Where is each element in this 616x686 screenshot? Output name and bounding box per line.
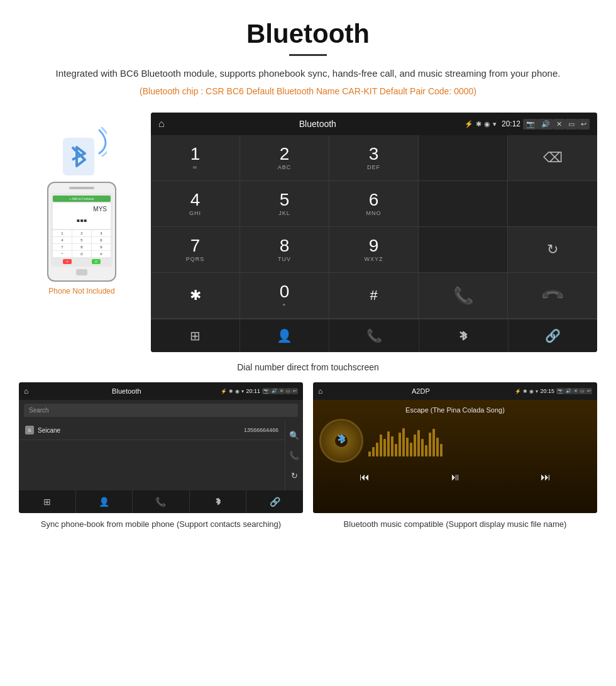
visualizer-bar	[406, 438, 409, 456]
music-visualizer	[368, 425, 591, 456]
music-back-btn[interactable]: ↩	[586, 388, 592, 394]
music-song-title: Escape (The Pina Colada Song)	[405, 406, 505, 414]
key-8[interactable]: 8 TUV	[240, 227, 329, 272]
hu-screen-title: Bluetooth	[171, 119, 465, 129]
location-icon: ◉	[484, 120, 490, 128]
visualizer-bar	[395, 444, 397, 456]
phone-key: 8	[72, 244, 91, 250]
volume-btn[interactable]: 🔊	[538, 119, 553, 130]
music-win-btn[interactable]: ▭	[579, 388, 586, 394]
refresh-btn[interactable]: ↻	[508, 227, 597, 272]
pb-content-wrapper: S Seicane 13566664466 🔍 📞 ↻	[19, 421, 303, 490]
chip-info: (Bluetooth chip : CSR BC6 Default Blueto…	[0, 86, 616, 96]
dialpad-screen: ⌂ Bluetooth ⚡ ✱ ◉ ▾ 20:12 📷 🔊 ✕ ▭ ↩ 1 ∞ …	[151, 113, 597, 352]
dialpad-display: 1 ∞ 2 ABC 3 DEF ⌫ 4	[151, 135, 597, 319]
music-clock: 20:15	[540, 388, 554, 394]
window-btn[interactable]: ▭	[565, 119, 578, 130]
pb-bt-icon: ⚡	[221, 389, 227, 394]
phone-key: 6	[92, 237, 111, 243]
pb-contacts-btn[interactable]: 👤	[76, 490, 133, 513]
pb-title: Bluetooth	[32, 387, 221, 395]
back-btn[interactable]: ↩	[578, 119, 590, 130]
phonebook-screen: ⌂ Bluetooth ⚡ ✱ ◉ ▾ 20:11 📷 🔊 ✕ ▭ ↩ Sear…	[19, 382, 303, 513]
key-2[interactable]: 2 ABC	[240, 135, 329, 180]
pb-home-icon[interactable]: ⌂	[24, 387, 28, 396]
toolbar-link-btn[interactable]: 🔗	[509, 319, 597, 352]
key-1[interactable]: 1 ∞	[151, 135, 240, 180]
pb-back-btn[interactable]: ↩	[292, 388, 298, 394]
visualizer-bar	[391, 436, 393, 456]
pb-link-btn[interactable]: 🔗	[246, 490, 303, 513]
toolbar-dialpad-btn[interactable]: ⊞	[151, 319, 240, 352]
key-7[interactable]: 7 PQRS	[151, 227, 240, 272]
music-close-btn[interactable]: ✕	[573, 388, 579, 394]
hu-statusbar: ⌂ Bluetooth ⚡ ✱ ◉ ▾ 20:12 📷 🔊 ✕ ▭ ↩	[151, 113, 597, 135]
page-header: Bluetooth Integrated with BC6 Bluetooth …	[0, 0, 616, 113]
phone-key: 2	[72, 230, 91, 236]
refresh-side-icon[interactable]: ↻	[291, 471, 298, 480]
toolbar-bluetooth-btn[interactable]	[419, 319, 509, 352]
key-0[interactable]: 0 +	[240, 273, 329, 318]
caption-music: Bluetooth music compatible (Support disp…	[344, 518, 567, 531]
end-call-btn[interactable]: 📞	[508, 273, 597, 318]
key-9[interactable]: 9 WXYZ	[329, 227, 419, 272]
pb-dialpad-btn[interactable]: ⊞	[19, 490, 76, 513]
visualizer-bar	[432, 429, 435, 456]
pb-contact-row[interactable]: S Seicane 13566664466	[19, 421, 285, 440]
phone-key: *	[53, 251, 72, 257]
pb-clock: 20:11	[246, 388, 260, 394]
visualizer-bar	[372, 447, 375, 456]
music-home-icon[interactable]: ⌂	[318, 387, 322, 396]
key-hash[interactable]: #	[329, 273, 419, 318]
dialpad-row-4: ✱ 0 + # 📞 📞	[151, 273, 597, 319]
bluetooth-toolbar-icon	[457, 329, 470, 343]
phone-key: 5	[72, 237, 91, 243]
music-statusbar: ⌂ A2DP ⚡ ✱ ◉ ▾ 20:15 📷 🔊 ✕ ▭ ↩	[313, 382, 597, 400]
visualizer-bar	[417, 430, 420, 456]
visualizer-bar	[414, 434, 416, 456]
visualizer-bar	[368, 451, 371, 456]
music-bt-status-icon: ✱	[523, 389, 527, 394]
call-btn[interactable]: 📞	[419, 273, 508, 318]
backspace-btn[interactable]: ⌫	[508, 135, 597, 180]
contact-number: 13566664466	[244, 427, 278, 433]
toolbar-phone-btn[interactable]: 📞	[329, 319, 419, 352]
music-prev-btn[interactable]: ⏮	[352, 469, 377, 485]
pb-phone-btn[interactable]: 📞	[133, 490, 190, 513]
camera-btn[interactable]: 📷	[523, 119, 538, 130]
key-6[interactable]: 6 MNO	[329, 181, 419, 226]
phone-bottom-bar: ✕ ✆	[53, 259, 111, 264]
music-camera-btn[interactable]: 📷	[556, 388, 564, 394]
key-3[interactable]: 3 DEF	[329, 135, 419, 180]
music-vol-btn[interactable]: 🔊	[564, 388, 573, 394]
music-bt-center-icon	[334, 432, 348, 450]
call-side-icon[interactable]: 📞	[289, 451, 299, 460]
pb-win-btn[interactable]: ▭	[285, 388, 292, 394]
music-content	[319, 419, 591, 463]
call-green-icon: 📞	[453, 286, 473, 306]
phonebook-item: ⌂ Bluetooth ⚡ ✱ ◉ ▾ 20:11 📷 🔊 ✕ ▭ ↩ Sear…	[19, 382, 303, 531]
music-next-btn[interactable]: ⏭	[533, 469, 558, 485]
search-side-icon[interactable]: 🔍	[289, 431, 299, 440]
contact-name: Seicane	[38, 427, 244, 434]
phone-area: + Add to Contacts MYS ▪▪▪ 1 2 3 4 5 6 7 …	[19, 113, 145, 296]
close-btn[interactable]: ✕	[553, 119, 565, 130]
visualizer-bar	[376, 443, 378, 456]
phone-key: 7	[53, 244, 72, 250]
music-play-pause-btn[interactable]: ⏯	[443, 469, 468, 485]
home-icon[interactable]: ⌂	[158, 118, 165, 130]
pb-camera-btn[interactable]: 📷	[262, 388, 270, 394]
empty-cell-2	[419, 227, 508, 272]
visualizer-bar	[421, 439, 424, 456]
key-4[interactable]: 4 GHI	[151, 181, 240, 226]
key-5[interactable]: 5 JKL	[240, 181, 329, 226]
key-star[interactable]: ✱	[151, 273, 240, 318]
music-body: Escape (The Pina Colada Song)	[313, 400, 597, 513]
pb-search-bar[interactable]: Search	[24, 404, 298, 417]
toolbar-contacts-btn[interactable]: 👤	[240, 319, 329, 352]
pb-signal-icon: ▾	[241, 389, 244, 394]
pb-bluetooth-btn[interactable]	[190, 490, 247, 513]
signal-icon: ▾	[493, 120, 497, 128]
pb-close-btn[interactable]: ✕	[278, 388, 285, 394]
pb-vol-btn[interactable]: 🔊	[270, 388, 278, 394]
